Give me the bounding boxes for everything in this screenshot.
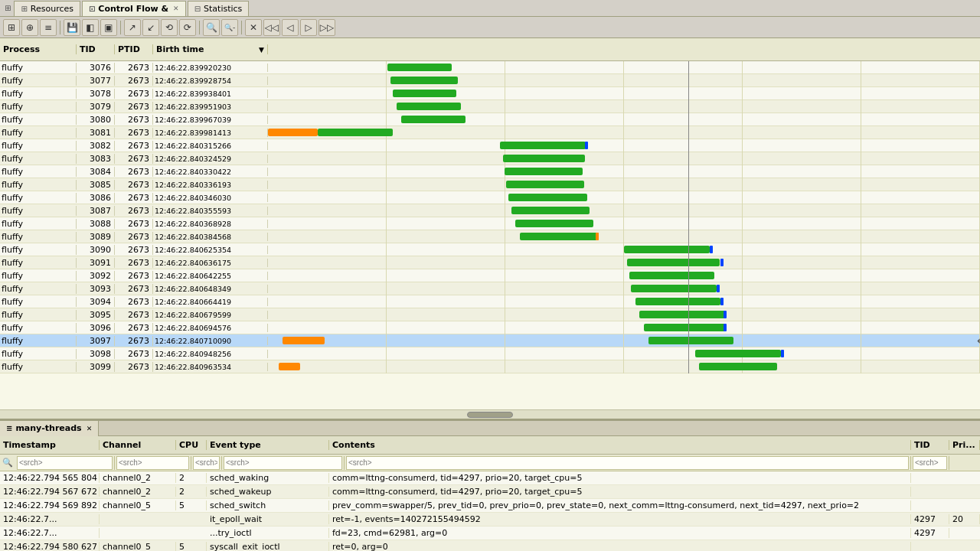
table-row[interactable]: fluffy 3087 2673 12:46:22.840355593: [0, 204, 980, 217]
toolbar-btn-refresh[interactable]: ⟲: [161, 19, 178, 36]
tab-resources-label: Resources: [31, 4, 74, 14]
search-tid-input[interactable]: [913, 456, 947, 470]
thread-dot: [596, 233, 599, 240]
table-row[interactable]: fluffy 3099 2673 12:46:22.840963534: [0, 360, 980, 373]
tab-statistics-label: Statistics: [204, 4, 242, 14]
event-row[interactable]: 12:46:22.794 567 672 channel0_2 2 sched_…: [0, 485, 980, 499]
table-row[interactable]: fluffy 3089 2673 12:46:22.840384568: [0, 230, 980, 243]
panel-tab-close[interactable]: ✕: [87, 425, 93, 432]
col-header-tid[interactable]: TID: [77, 44, 115, 54]
horizontal-scrollbar[interactable]: [0, 409, 980, 419]
cell-ptid: 2673: [115, 219, 153, 229]
toolbar-btn-stop[interactable]: ⟳: [179, 19, 196, 36]
ev-col-timestamp[interactable]: Timestamp: [0, 440, 100, 450]
table-row[interactable]: fluffy 3077 2673 12:46:22.839928754: [0, 74, 980, 87]
table-row[interactable]: fluffy 3090 2673 12:46:22.840625354: [0, 243, 980, 256]
toolbar-btn-close-x[interactable]: ✕: [245, 19, 262, 36]
cell-tid: 3096: [77, 323, 115, 333]
timeline-grid: [268, 204, 980, 217]
thread-dot: [724, 311, 727, 318]
toolbar-btn-next-next[interactable]: ▷▷: [318, 19, 335, 36]
cell-tid: 3098: [77, 349, 115, 359]
tab-resources[interactable]: ⊞ Resources: [14, 1, 80, 16]
col-header-process[interactable]: Process: [0, 44, 77, 54]
table-row[interactable]: fluffy 3076 2673 12:46:22.839920230: [0, 61, 980, 74]
cell-timeline: [268, 100, 980, 113]
scroll-thumb[interactable]: [467, 412, 513, 418]
table-row[interactable]: fluffy 3084 2673 12:46:22.840330422: [0, 165, 980, 178]
table-row[interactable]: fluffy 3097 2673 12:46:22.840710090 ↔: [0, 334, 980, 347]
toolbar-btn-prev-prev[interactable]: ◁◁: [263, 19, 280, 36]
toolbar-btn-zoom-in[interactable]: 🔍: [203, 19, 220, 36]
toolbar-btn-add[interactable]: ⊕: [21, 19, 38, 36]
cell-tid: 3091: [77, 258, 115, 268]
cell-process: fluffy: [0, 167, 77, 177]
toolbar-btn-next[interactable]: ▷: [300, 19, 317, 36]
search-channel-input[interactable]: [116, 456, 189, 470]
table-row[interactable]: fluffy 3096 2673 12:46:22.840694576: [0, 321, 980, 334]
thread-bar: [505, 168, 583, 175]
table-row[interactable]: fluffy 3093 2673 12:46:22.840648349: [0, 282, 980, 295]
ev-cell-prio: 20: [949, 514, 980, 524]
tab-control-flow-close[interactable]: ✕: [173, 5, 179, 12]
table-row[interactable]: fluffy 3079 2673 12:46:22.839951903: [0, 100, 980, 113]
table-row[interactable]: fluffy 3091 2673 12:46:22.840636175: [0, 256, 980, 269]
search-contents-input[interactable]: [346, 456, 909, 470]
toolbar-btn-save[interactable]: 💾: [64, 19, 80, 36]
search-timestamp-input[interactable]: [17, 456, 113, 470]
cell-process: fluffy: [0, 89, 77, 99]
ev-cell-contents: prev_comm=swapper/5, prev_tid=0, prev_pr…: [329, 500, 911, 510]
cell-timeline: [268, 347, 980, 360]
table-row[interactable]: fluffy 3095 2673 12:46:22.840679599: [0, 308, 980, 321]
tab-statistics[interactable]: ⊟ Statistics: [188, 1, 250, 16]
thread-bar: [627, 259, 720, 266]
toolbar-btn-list[interactable]: ≡: [40, 19, 57, 36]
event-row[interactable]: 12:46:22.794 580 627 channel0_5 5 syscal…: [0, 540, 980, 551]
event-row[interactable]: 12:46:22.7... it_epoll_wait ret=-1, even…: [0, 513, 980, 527]
panel-tab-label: many-threads: [15, 423, 81, 433]
table-row[interactable]: fluffy 3078 2673 12:46:22.839938401: [0, 87, 980, 100]
event-row[interactable]: 12:46:22.7... ...try_ioctl fd=23, cmd=62…: [0, 527, 980, 540]
search-type-input[interactable]: [224, 456, 342, 470]
toolbar-btn-import[interactable]: ◧: [82, 19, 99, 36]
search-cpu-input[interactable]: [193, 456, 220, 470]
table-row[interactable]: fluffy 3085 2673 12:46:22.840336193: [0, 178, 980, 191]
table-row[interactable]: fluffy 3094 2673 12:46:22.840664419: [0, 295, 980, 308]
timeline-grid: [268, 308, 980, 321]
ev-col-contents[interactable]: Contents: [329, 440, 911, 450]
panel-tab-many-threads[interactable]: ≡ many-threads ✕: [0, 421, 99, 436]
ev-col-channel[interactable]: Channel: [100, 440, 176, 450]
cell-ptid: 2673: [115, 271, 153, 281]
event-row[interactable]: 12:46:22.794 569 892 channel0_5 5 sched_…: [0, 499, 980, 513]
toolbar-btn-zoom-out[interactable]: 🔍-: [221, 19, 238, 36]
toolbar-btn-view[interactable]: ⊞: [3, 19, 20, 36]
table-row[interactable]: fluffy 3082 2673 12:46:22.840315266: [0, 139, 980, 152]
thread-dot: [717, 285, 720, 292]
thread-bar: [283, 337, 325, 344]
table-row[interactable]: fluffy 3080 2673 12:46:22.839967039: [0, 113, 980, 126]
table-row[interactable]: fluffy 3092 2673 12:46:22.840642255: [0, 269, 980, 282]
toolbar-btn-undo[interactable]: ↗: [124, 19, 141, 36]
table-row[interactable]: fluffy 3083 2673 12:46:22.840324529: [0, 152, 980, 165]
table-row[interactable]: fluffy 3088 2673 12:46:22.840368928: [0, 217, 980, 230]
tab-control-flow[interactable]: ⊡ Control Flow & ✕: [82, 1, 186, 16]
table-row[interactable]: fluffy 3098 2673 12:46:22.840948256: [0, 347, 980, 360]
col-birth-label: Birth time: [156, 44, 204, 54]
toolbar-btn-redo[interactable]: ↙: [142, 19, 159, 36]
toolbar-btn-prev[interactable]: ◁: [282, 19, 299, 36]
table-row[interactable]: fluffy 3081 2673 12:46:22.839981413: [0, 126, 980, 139]
event-row[interactable]: 12:46:22.794 565 804 channel0_2 2 sched_…: [0, 471, 980, 485]
ev-col-cpu[interactable]: CPU: [176, 440, 207, 450]
ev-col-tid[interactable]: TID: [911, 440, 949, 450]
ev-cell-cpu: 2: [176, 487, 207, 497]
table-row[interactable]: fluffy 3086 2673 12:46:22.840346030: [0, 191, 980, 204]
ev-col-prio[interactable]: Pri...: [949, 440, 980, 450]
col-header-ptid[interactable]: PTID: [115, 44, 153, 54]
thread-bar: [318, 129, 393, 136]
ev-col-type[interactable]: Event type: [207, 440, 329, 450]
timeline-grid: [268, 269, 980, 282]
thread-bar: [639, 311, 725, 318]
toolbar-btn-export[interactable]: ▣: [100, 19, 117, 36]
col-header-birth[interactable]: Birth time ▼: [153, 44, 268, 54]
cell-timeline: [268, 243, 980, 256]
